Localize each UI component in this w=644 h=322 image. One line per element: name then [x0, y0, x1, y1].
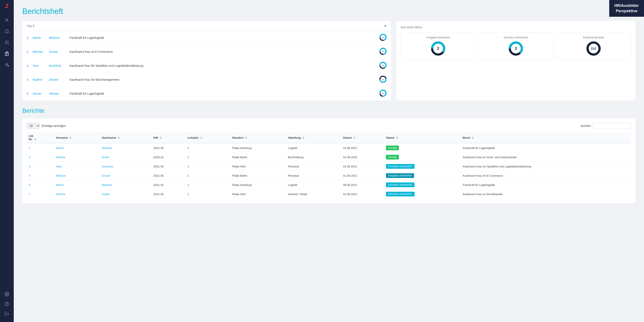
col-beruf[interactable]: Beruf ⇅: [461, 132, 631, 143]
top5-num-1: 1.: [26, 36, 33, 40]
cell-beruf: Fachkraft für Lagerlogistik: [461, 180, 631, 190]
col-abteilung[interactable]: Abteilung ⇅: [286, 132, 341, 143]
top5-last-3[interactable]: Buchholz: [49, 64, 66, 68]
svg-rect-3: [5, 52, 8, 56]
cell-beruf: Kaufmann/-frau im Groß- und Außenhandel: [461, 153, 631, 162]
top5-donut-2: 4: [379, 48, 387, 56]
sidebar-item-settings[interactable]: [2, 290, 11, 298]
cell-nachname[interactable]: Buchholz: [100, 162, 151, 171]
cell-nachname[interactable]: Groote: [100, 171, 151, 180]
cell-abteilung: Vertrieb / Filiale: [286, 190, 341, 199]
sidebar-item-admin[interactable]: [2, 60, 11, 69]
top5-last-2[interactable]: Groote: [49, 50, 66, 54]
cell-nachname[interactable]: Bleicher: [100, 143, 151, 153]
blick-value-fehlende: 212: [591, 47, 596, 50]
col-vorname[interactable]: Vorname ⇅: [54, 132, 100, 143]
top5-dropdown-arrow[interactable]: ▼: [384, 24, 387, 28]
cell-vorname[interactable]: Patricia: [54, 190, 100, 199]
entries-label: Einträge anzeigen: [42, 124, 66, 128]
col-lehrjahr[interactable]: Lehrjahr ⇅: [185, 132, 230, 143]
cell-lehrjahr: 1: [185, 190, 230, 199]
sidebar-item-bell[interactable]: [2, 27, 11, 36]
cell-kw: 2021-30: [151, 162, 186, 171]
col-lfd[interactable]: Lfd.Nr. ⇅: [26, 132, 54, 143]
top5-header: Top 5 ▼: [22, 21, 391, 31]
cell-lfd[interactable]: 6: [26, 180, 54, 190]
cell-nachname[interactable]: Dubiel: [100, 190, 151, 199]
cell-nachname[interactable]: Bohle: [100, 153, 151, 162]
top5-last-4[interactable]: Decker: [49, 78, 66, 81]
cell-kw: 2020-31: [151, 153, 186, 162]
top-section: Top 5 ▼ 1. Martin Bleicher Fachkraft für…: [22, 21, 636, 100]
cell-lfd[interactable]: 2: [26, 153, 54, 162]
top5-last-5[interactable]: Altintas: [49, 92, 66, 95]
top5-beruf-5: Fachkraft für Lagerlogistik: [70, 92, 379, 95]
top5-num-3: 3.: [26, 64, 33, 68]
table-row: 4 Michael Groote 2021-30 1 Filiale Berli…: [26, 171, 631, 180]
col-standort[interactable]: Standort ⇅: [230, 132, 286, 143]
cell-status: Korrektur erforderlich: [384, 180, 461, 190]
cell-abteilung: Personal: [286, 171, 341, 180]
table-row: 7 Patricia Dubiel 2021-30 1 Filiale Köln…: [26, 190, 631, 199]
cell-beruf: Fachkraft für Lagerlogistik: [461, 143, 631, 153]
top5-donut-3: 4: [379, 62, 387, 70]
top5-card: Top 5 ▼ 1. Martin Bleicher Fachkraft für…: [22, 21, 391, 100]
cell-nachname[interactable]: Bleicher: [100, 180, 151, 190]
cell-lfd[interactable]: 7: [26, 190, 54, 199]
top5-first-4[interactable]: Nadine: [33, 78, 48, 81]
search-input[interactable]: [592, 123, 631, 129]
cell-vorname[interactable]: Michael: [54, 171, 100, 180]
top5-first-5[interactable]: Ahmet: [33, 92, 48, 95]
svg-text:4: 4: [382, 50, 384, 52]
cell-datum: 01.08.2021: [341, 190, 384, 199]
top5-donut-5: 6: [379, 89, 387, 98]
page-title: Berichtsheft: [22, 7, 636, 16]
cell-datum: 01.08.2021: [341, 162, 384, 171]
main-content: HR/Ausbilder Perspektive Berichtsheft To…: [14, 0, 644, 322]
sidebar-item-logout[interactable]: [2, 310, 11, 318]
top5-first-3[interactable]: Vera: [33, 64, 48, 68]
sidebar: 2: [0, 0, 14, 322]
top5-donut-4: ●: [379, 75, 387, 84]
top5-first-2[interactable]: Michael: [33, 50, 48, 54]
blick-card: Auf einen Blick Freigabe erforderlich 2: [396, 21, 636, 100]
col-nachname[interactable]: Nachname ⇅: [100, 132, 151, 143]
svg-point-9: [6, 294, 8, 295]
col-kw[interactable]: KW ⇅: [151, 132, 186, 143]
sidebar-item-help[interactable]: [2, 300, 11, 308]
sidebar-item-clipboard[interactable]: [2, 49, 11, 58]
top5-first-1[interactable]: Martin: [33, 36, 48, 40]
cell-kw: 2021-30: [151, 190, 186, 199]
table-row: 3 Vera Buchholz 2021-30 1 Filiale Köln P…: [26, 162, 631, 171]
cell-vorname[interactable]: Martin: [54, 143, 100, 153]
cell-status: Freigabe erforderlich: [384, 171, 461, 180]
cell-beruf: Kaufmann/-frau für Spedition und Logisti…: [461, 162, 631, 171]
blick-label-freigabe: Freigabe erforderlich: [426, 36, 450, 39]
cell-datum: 08.08.2021: [341, 180, 384, 190]
cell-beruf: Kaufmann/-frau im E-Commerce: [461, 171, 631, 180]
app-logo: 2: [5, 2, 8, 10]
sidebar-item-user[interactable]: [2, 16, 11, 24]
top5-row-3: 3. Vera Buchholz Kaufmann/-frau für Sped…: [22, 59, 391, 73]
col-datum[interactable]: Datum ⇅: [341, 132, 384, 143]
cell-lfd[interactable]: 4: [26, 171, 54, 180]
cell-lfd[interactable]: 3: [26, 162, 54, 171]
cell-status: Erledigt: [384, 153, 461, 162]
table-controls-left: 10 25 50 100 Einträge anzeigen: [26, 123, 66, 129]
status-badge: Korrektur erforderlich: [386, 164, 414, 169]
cell-vorname[interactable]: Martin: [54, 180, 100, 190]
top5-label: Top 5: [26, 24, 34, 28]
cell-abteilung: Logistik: [286, 180, 341, 190]
cell-vorname[interactable]: Patricia: [54, 153, 100, 162]
cell-vorname[interactable]: Vera: [54, 162, 100, 171]
top5-last-1[interactable]: Bleicher: [49, 36, 66, 40]
cell-kw: 2021-30: [151, 171, 186, 180]
cell-lfd[interactable]: 1: [26, 143, 54, 153]
entries-select[interactable]: 10 25 50 100: [26, 123, 40, 129]
status-badge: Erledigt: [386, 146, 399, 150]
col-status[interactable]: Status ⇅: [384, 132, 461, 143]
cell-datum: 01.08.2020: [341, 153, 384, 162]
sidebar-item-team[interactable]: [2, 38, 11, 47]
cell-standort: Filiale Hamburg: [230, 143, 286, 153]
cell-standort: Filiale Berlin: [230, 153, 286, 162]
